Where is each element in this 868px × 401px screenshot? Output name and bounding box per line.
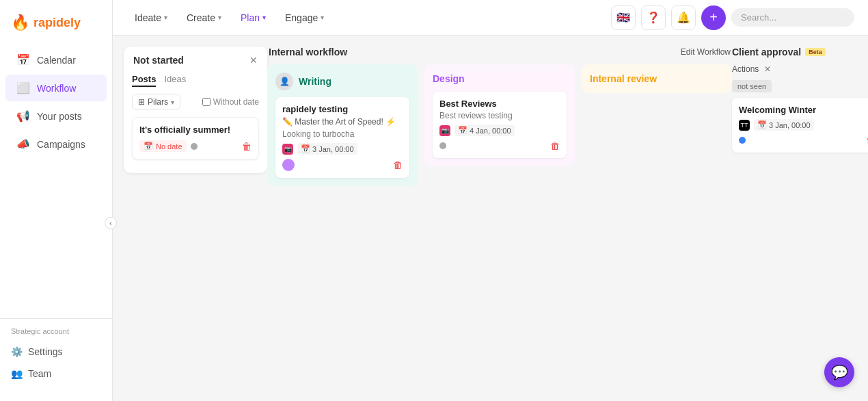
design-date-badge: 📅 4 Jan, 00:00: [455, 125, 515, 136]
client-approval-card[interactable]: Welcoming Winter TT 📅 3 Jan, 00:00 🗑: [732, 98, 868, 153]
support-icon: 💬: [831, 364, 848, 380]
not-started-close-button[interactable]: ✕: [249, 55, 258, 66]
calendar-small-icon: 📅: [458, 126, 467, 135]
filter-row: ⊞ Pilars ▾ Without date: [132, 94, 259, 110]
client-actions-row: Actions ✕: [732, 64, 868, 74]
nav-item-plan[interactable]: Plan ▾: [232, 8, 274, 27]
card-title: It's officially summer!: [139, 125, 252, 135]
engage-chevron-icon: ▾: [321, 14, 324, 21]
team-label: Team: [28, 368, 51, 379]
internal-workflow-header: Internal workflow Edit Workflow: [267, 47, 732, 57]
logo-icon: 🔥: [11, 14, 29, 31]
design-card-meta: 📷 📅 4 Jan, 00:00: [439, 125, 560, 136]
sidebar-item-label: Your posts: [37, 111, 82, 122]
client-card-title: Welcoming Winter: [739, 105, 868, 115]
internal-review-header: Internal review: [590, 73, 724, 85]
tab-ideas[interactable]: Ideas: [164, 73, 186, 87]
sidebar-item-label: Calendar: [37, 55, 76, 66]
campaigns-icon: 📣: [16, 138, 30, 151]
sidebar-item-your-posts[interactable]: 📢 Your posts: [5, 103, 107, 129]
kanban-board: Not started ✕ Posts Ideas ⊞ Pilars ▾ Wit…: [113, 36, 868, 401]
client-approval-close-button[interactable]: ✕: [764, 64, 771, 74]
calendar-small-icon: 📅: [301, 144, 310, 153]
calendar-icon: 📅: [144, 142, 153, 151]
topnav-actions: 🇬🇧 ❓ 🔔 + Search...: [611, 5, 854, 30]
internal-workflow-section: Internal workflow Edit Workflow 👤 Writin…: [267, 47, 732, 186]
search-input[interactable]: Search...: [731, 8, 854, 27]
client-card-footer: 🗑: [739, 135, 868, 146]
date-value: No date: [156, 142, 182, 151]
search-placeholder: Search...: [741, 12, 776, 23]
sidebar-item-settings[interactable]: ⚙️ Settings: [11, 341, 101, 363]
team-icon: 👥: [11, 368, 23, 379]
writing-card-meta: 📷 📅 3 Jan, 00:00: [282, 143, 403, 155]
internal-review-title: Internal review: [590, 73, 657, 84]
instagram-icon: 📷: [282, 144, 293, 155]
plus-icon: +: [709, 10, 718, 25]
calendar-icon: 📅: [16, 53, 30, 66]
notifications-button[interactable]: 🔔: [671, 5, 696, 30]
pilars-label: Pilars: [148, 97, 168, 107]
design-card-title: Best Reviews: [439, 99, 560, 109]
sidebar-nav: 📅 Calendar ⬜ Workflow 📢 Your posts 📣 Cam…: [0, 45, 112, 318]
column-not-started: Not started ✕ Posts Ideas ⊞ Pilars ▾ Wit…: [124, 47, 267, 173]
create-label: Create: [187, 12, 215, 23]
workflow-columns: 👤 Writing rapidely testing ✏️ Master the…: [267, 64, 732, 186]
ideate-label: Ideate: [135, 12, 161, 23]
help-button[interactable]: ❓: [641, 5, 666, 30]
support-button[interactable]: 💬: [824, 357, 854, 387]
beta-badge: Beta: [805, 48, 826, 56]
without-date-filter: Without date: [202, 97, 259, 107]
calendar-small-icon: 📅: [757, 120, 767, 129]
filter-chevron-icon: ▾: [171, 99, 174, 106]
design-card-delete[interactable]: 🗑: [550, 140, 560, 151]
design-card-subtitle: Best reviews testing: [439, 111, 560, 120]
sidebar-item-label: Workflow: [37, 83, 76, 94]
writing-header: 👤 Writing: [275, 73, 409, 90]
writing-card-delete[interactable]: 🗑: [393, 159, 403, 170]
create-new-button[interactable]: +: [701, 5, 726, 30]
card-summer[interactable]: It's officially summer! 📅 No date 🗑: [132, 117, 259, 159]
client-date-badge: 📅 3 Jan, 00:00: [754, 119, 814, 131]
client-date: 3 Jan, 00:00: [769, 121, 811, 129]
plan-chevron-icon: ▾: [262, 14, 266, 21]
internal-workflow-title: Internal workflow: [269, 47, 347, 57]
nav-item-engage[interactable]: Engage ▾: [277, 8, 332, 27]
writing-date: 3 Jan, 00:00: [312, 145, 354, 153]
sidebar-item-calendar[interactable]: 📅 Calendar: [5, 47, 107, 73]
design-date: 4 Jan, 00:00: [470, 127, 511, 135]
actions-link[interactable]: Actions: [732, 64, 759, 74]
nav-item-create[interactable]: Create ▾: [178, 8, 230, 27]
column-writing: 👤 Writing rapidely testing ✏️ Master the…: [267, 64, 418, 186]
flag-button[interactable]: 🇬🇧: [611, 5, 636, 30]
instagram-icon: 📷: [439, 125, 450, 136]
writing-card-footer: 🗑: [282, 159, 403, 171]
design-card[interactable]: Best Reviews Best reviews testing 📷 📅 4 …: [433, 92, 567, 158]
status-dot: [439, 142, 446, 149]
edit-workflow-link[interactable]: Edit Workflow: [681, 47, 731, 57]
sidebar-collapse-button[interactable]: ‹: [105, 217, 117, 229]
settings-icon: ⚙️: [11, 346, 23, 357]
nav-item-ideate[interactable]: Ideate ▾: [126, 8, 176, 27]
plan-label: Plan: [241, 12, 260, 23]
sidebar-item-workflow[interactable]: ⬜ Workflow: [5, 75, 107, 101]
sidebar-bottom: Strategic account ⚙️ Settings 👥 Team: [0, 318, 112, 393]
sidebar-item-team[interactable]: 👥 Team: [11, 363, 101, 385]
writing-card[interactable]: rapidely testing ✏️ Master the Art of Sp…: [275, 97, 409, 178]
card-delete-button[interactable]: 🗑: [242, 141, 252, 152]
column-design: Design Best Reviews Best reviews testing…: [424, 64, 575, 166]
workflow-icon: ⬜: [16, 81, 30, 94]
flag-icon: 🇬🇧: [616, 11, 630, 24]
status-dot-blue: [739, 137, 746, 144]
design-header: Design: [433, 73, 567, 85]
without-date-checkbox[interactable]: [202, 98, 211, 106]
sidebar: 🔥 rapidely 📅 Calendar ⬜ Workflow 📢 Your …: [0, 0, 113, 401]
settings-label: Settings: [28, 346, 63, 357]
column-client-approval: Client approval Beta Actions ✕ not seen …: [732, 47, 868, 153]
writing-date-badge: 📅 3 Jan, 00:00: [297, 143, 357, 155]
create-chevron-icon: ▾: [218, 14, 221, 21]
sidebar-item-campaigns[interactable]: 📣 Campaigns: [5, 131, 107, 157]
tab-posts[interactable]: Posts: [132, 73, 156, 87]
pilars-filter-button[interactable]: ⊞ Pilars ▾: [132, 94, 180, 110]
not-seen-badge: not seen: [732, 80, 772, 92]
